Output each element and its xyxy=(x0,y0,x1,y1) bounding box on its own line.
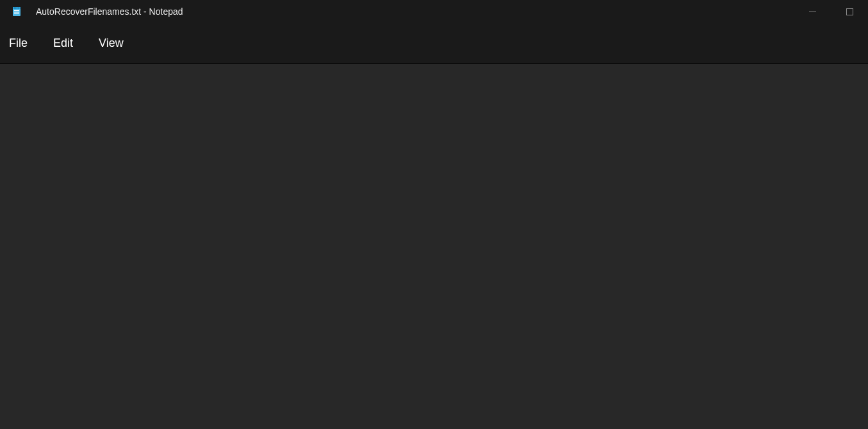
svg-rect-2 xyxy=(14,8,15,9)
window-title: AutoRecoverFilenames.txt - Notepad xyxy=(36,6,183,17)
menubar: File Edit View xyxy=(0,23,868,64)
svg-rect-10 xyxy=(846,8,853,15)
maximize-button[interactable] xyxy=(831,0,868,23)
svg-rect-5 xyxy=(18,8,19,9)
text-editor[interactable] xyxy=(0,64,868,429)
menu-view[interactable]: View xyxy=(99,37,124,50)
window-controls xyxy=(794,0,868,23)
svg-rect-3 xyxy=(15,8,16,9)
titlebar: AutoRecoverFilenames.txt - Notepad xyxy=(0,0,868,23)
notepad-icon xyxy=(12,6,22,17)
svg-rect-4 xyxy=(17,8,17,9)
titlebar-left: AutoRecoverFilenames.txt - Notepad xyxy=(12,6,183,17)
svg-rect-8 xyxy=(14,13,19,14)
minimize-button[interactable] xyxy=(794,0,831,23)
menu-edit[interactable]: Edit xyxy=(53,37,73,50)
svg-rect-9 xyxy=(809,12,816,12)
menu-file[interactable]: File xyxy=(9,37,28,50)
svg-rect-7 xyxy=(14,12,19,13)
svg-rect-6 xyxy=(14,10,19,11)
